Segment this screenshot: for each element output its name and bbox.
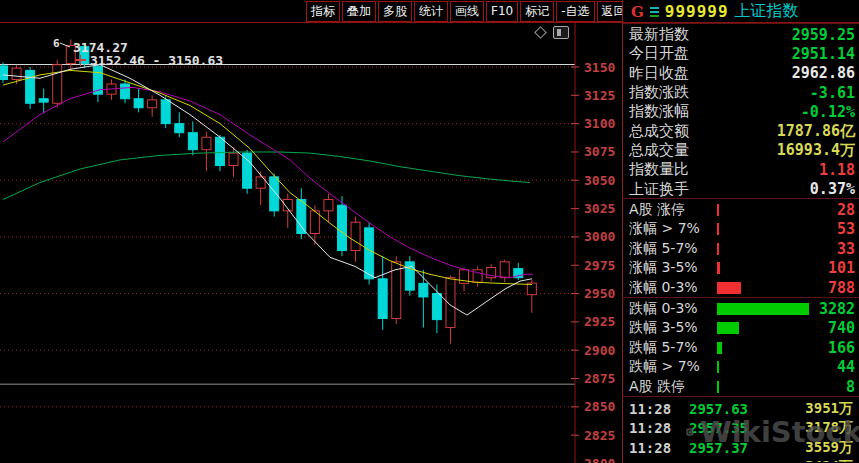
breadth-value: 3282 xyxy=(809,300,855,318)
breadth-value: 101 xyxy=(809,259,855,277)
quote-row: 最新指数2959.25 xyxy=(623,25,859,44)
g-badge: G xyxy=(631,3,644,21)
breadth-label: 涨幅 3-5% xyxy=(629,259,717,277)
toolbar-button[interactable]: -自选 xyxy=(556,1,594,22)
tick-list: 11:282957.633951万11:282957.353178万11:282… xyxy=(623,396,859,462)
svg-text:2850: 2850 xyxy=(584,399,615,414)
tick-price: 2957.35 xyxy=(689,420,775,436)
candlestick-chart-area[interactable]: 3150312531003075305030253000297529502925… xyxy=(0,23,622,463)
breadth-row: 跌幅 3-5%740 xyxy=(623,319,859,339)
svg-text:2875: 2875 xyxy=(584,371,615,386)
quote-value: -3.61 xyxy=(810,84,855,102)
quote-value: 2951.14 xyxy=(792,45,855,63)
advancers-list: A股 涨停28涨幅 > 7%53涨幅 5-7%33涨幅 3-5%101涨幅 0-… xyxy=(623,198,859,297)
tick-price: 2957.63 xyxy=(689,401,775,417)
breadth-value: 53 xyxy=(809,220,855,238)
hamburger-menu-icon[interactable] xyxy=(650,7,659,17)
quote-row: 总成交量16993.4万 xyxy=(623,141,859,160)
tick-row: 11:282957.393424万 xyxy=(623,458,859,463)
quote-panel-header: G 999999 上证指数 xyxy=(623,0,859,23)
svg-text:3025: 3025 xyxy=(584,201,615,216)
breadth-value: 8 xyxy=(809,378,855,396)
toolbar-buttons: 指标叠加多股统计画线F10标记-自选返回 xyxy=(306,1,631,22)
breadth-row: A股 跌停8 xyxy=(623,377,859,397)
diamond-marker-icon[interactable] xyxy=(534,26,547,39)
breadth-bar xyxy=(717,361,719,373)
quote-label: 今日开盘 xyxy=(629,44,689,63)
tick-volume: 3951万 xyxy=(775,400,853,418)
breadth-value: 788 xyxy=(809,279,855,297)
svg-text:2825: 2825 xyxy=(584,428,615,443)
quote-row: 昨日收盘2962.86 xyxy=(623,64,859,83)
tick-price: 2957.37 xyxy=(689,440,775,456)
svg-text:2925: 2925 xyxy=(584,314,615,329)
quote-label: 最新指数 xyxy=(629,25,689,44)
breadth-bar xyxy=(717,381,719,393)
svg-text:3100: 3100 xyxy=(584,116,615,131)
toolbar-button[interactable]: 指标 xyxy=(306,1,340,22)
breadth-label: 跌幅 0-3% xyxy=(629,300,717,318)
stock-app-window: 指标叠加多股统计画线F10标记-自选返回 3150312531003075305… xyxy=(0,0,859,463)
svg-text:6: 6 xyxy=(53,37,60,50)
breadth-bar xyxy=(717,243,719,255)
breadth-row: 跌幅 > 7%44 xyxy=(623,358,859,378)
svg-text:3050: 3050 xyxy=(584,173,615,188)
quote-row: 上证换手0.37% xyxy=(623,179,859,198)
breadth-bar xyxy=(717,223,719,235)
quote-panel: G 999999 上证指数 最新指数2959.25今日开盘2951.14昨日收盘… xyxy=(622,0,859,463)
breadth-bar xyxy=(717,322,739,334)
breadth-row: A股 涨停28 xyxy=(623,200,859,220)
quote-value: 1.18 xyxy=(819,161,855,179)
tick-time: 11:28 xyxy=(629,401,689,417)
svg-text:3150: 3150 xyxy=(584,60,615,75)
quote-label: 指数量比 xyxy=(629,160,689,179)
split-window-icon[interactable] xyxy=(553,26,569,39)
quote-row: 指数涨跌-3.61 xyxy=(623,83,859,102)
quote-list: 最新指数2959.25今日开盘2951.14昨日收盘2962.86指数涨跌-3.… xyxy=(623,23,859,198)
breadth-value: 28 xyxy=(809,201,855,219)
svg-text:2800: 2800 xyxy=(584,456,615,463)
quote-label: 总成交量 xyxy=(629,141,689,160)
breadth-label: A股 跌停 xyxy=(629,378,717,396)
toolbar-button[interactable]: F10 xyxy=(486,1,518,22)
tick-volume: 3559万 xyxy=(775,439,853,457)
svg-text:3152.46 - 3150.63: 3152.46 - 3150.63 xyxy=(90,53,223,68)
breadth-label: A股 涨停 xyxy=(629,201,717,219)
toolbar-button[interactable]: 多股 xyxy=(378,1,412,22)
toolbar-button[interactable]: 叠加 xyxy=(342,1,376,22)
breadth-row: 涨幅 0-3%788 xyxy=(623,278,859,298)
quote-value: 0.37% xyxy=(810,180,855,198)
svg-text:3125: 3125 xyxy=(584,88,615,103)
toolbar-button[interactable]: 统计 xyxy=(414,1,448,22)
stock-name: 上证指数 xyxy=(735,1,799,22)
breadth-row: 跌幅 0-3%3282 xyxy=(623,299,859,319)
toolbar-divider xyxy=(0,22,859,23)
breadth-row: 涨幅 5-7%33 xyxy=(623,239,859,259)
breadth-label: 涨幅 0-3% xyxy=(629,279,717,297)
quote-row: 指数涨幅-0.12% xyxy=(623,102,859,121)
quote-row: 总成交额1787.86亿 xyxy=(623,121,859,140)
breadth-bar xyxy=(717,342,722,354)
tick-time: 11:28 xyxy=(629,459,689,462)
svg-text:2975: 2975 xyxy=(584,258,615,273)
breadth-value: 33 xyxy=(809,240,855,258)
breadth-label: 跌幅 > 7% xyxy=(629,358,717,376)
svg-text:3000: 3000 xyxy=(584,229,615,244)
tick-time: 11:28 xyxy=(629,420,689,436)
tick-price: 2957.39 xyxy=(689,459,775,462)
breadth-value: 44 xyxy=(809,358,855,376)
toolbar-button[interactable]: 标记 xyxy=(520,1,554,22)
svg-text:2950: 2950 xyxy=(584,286,615,301)
tick-row: 11:282957.633951万 xyxy=(623,399,859,419)
quote-label: 上证换手 xyxy=(629,180,689,199)
breadth-label: 涨幅 5-7% xyxy=(629,240,717,258)
breadth-bar xyxy=(717,262,720,274)
quote-label: 指数涨幅 xyxy=(629,102,689,121)
candlestick-chart[interactable]: 3150312531003075305030253000297529502925… xyxy=(0,23,622,463)
quote-value: 1787.86亿 xyxy=(777,122,855,141)
toolbar-button[interactable]: 画线 xyxy=(450,1,484,22)
quote-value: -0.12% xyxy=(801,103,855,121)
tick-volume: 3424万 xyxy=(775,458,853,462)
quote-label: 指数涨跌 xyxy=(629,83,689,102)
breadth-row: 涨幅 3-5%101 xyxy=(623,259,859,279)
